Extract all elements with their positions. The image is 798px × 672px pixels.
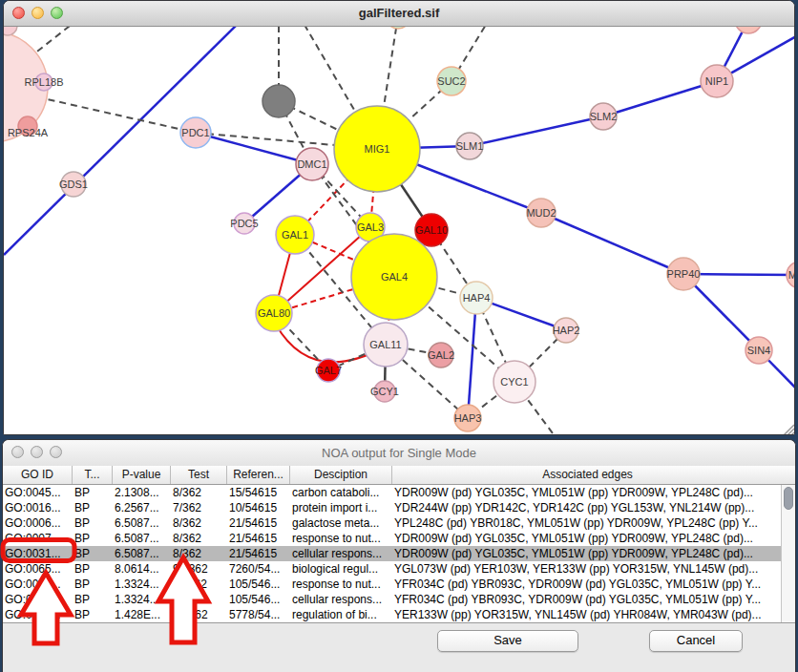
network-canvas[interactable]: RPL18BRPS24AGDS1PDC1DMC1MIG1SUC2SLM1SLM2… — [4, 27, 794, 435]
table-cell: 8/362 — [171, 515, 227, 531]
node-HAP2[interactable]: HAP2 — [553, 318, 580, 343]
table-cell: 2.1308... — [113, 485, 171, 500]
table-row[interactable]: GO:0031...BP1.3324...11/362105/546...cel… — [3, 592, 783, 607]
column-header-associatededges[interactable]: Associated edges — [392, 466, 783, 484]
table-cell: GO:0016... — [3, 500, 73, 515]
table-cell: 6.5087... — [113, 546, 171, 561]
table-cell: 11/362 — [171, 592, 227, 607]
table-body: GO:0045...BP2.1308...8/36215/54615carbon… — [3, 485, 783, 622]
column-header-desciption[interactable]: Desciption — [290, 466, 392, 484]
table-cell: BP — [73, 607, 113, 622]
node-unlabeled[interactable] — [4, 27, 17, 35]
table-cell: YDR009W (pd) YGL035C, YML051W (pp) YDR00… — [392, 546, 783, 561]
table-cell: GO:0031... — [3, 546, 73, 561]
cancel-button[interactable]: Cancel — [649, 630, 743, 652]
table-cell: 7/362 — [171, 500, 227, 515]
table-cell: BP — [73, 592, 113, 607]
table-row[interactable]: GO:0045...BP2.1308...8/36215/54615carbon… — [3, 485, 783, 500]
table-cell: 105/546... — [227, 577, 290, 592]
node-label: GAL1 — [282, 229, 308, 241]
table-cell: response to nut... — [290, 531, 392, 546]
table-row[interactable]: GO:0016...BP6.2567...7/36210/54615protei… — [3, 500, 783, 515]
save-button[interactable]: Save — [437, 630, 578, 652]
table-cell: 8/362 — [171, 546, 227, 561]
table-cell: BP — [73, 577, 113, 592]
dialog-footer: Save Cancel — [3, 623, 796, 672]
node-unlabeled[interactable] — [735, 27, 762, 33]
node-label: GAL80 — [258, 307, 290, 319]
table-row[interactable]: GO:0065...BP8.0614...94/3627260/54...bio… — [3, 561, 783, 577]
node-DMC1[interactable]: DMC1 — [296, 148, 328, 180]
node-label: PDC5 — [230, 218, 258, 229]
vertical-scrollbar[interactable] — [781, 485, 795, 622]
node-SUC2[interactable]: SUC2 — [437, 67, 466, 95]
node-GAL80[interactable]: GAL80 — [256, 295, 292, 331]
table-cell: response to nut... — [290, 577, 392, 592]
node-label: GDS1 — [59, 178, 88, 190]
node-PDC1[interactable]: PDC1 — [180, 117, 211, 148]
table-cell: 10/54615 — [227, 500, 290, 515]
table-row[interactable]: GO:0050...BP1.428E...80/3625778/54...reg… — [3, 607, 783, 622]
table-cell: BP — [73, 515, 113, 531]
table-cell: BP — [73, 546, 113, 561]
node-label: HAP2 — [553, 325, 580, 336]
node-GAL10[interactable]: GAL10 — [415, 214, 448, 246]
node-HAP3[interactable]: HAP3 — [454, 405, 482, 431]
table-row[interactable]: GO:0006...BP6.5087...8/36221/54615galact… — [3, 515, 783, 531]
node-PRP40[interactable]: PRP40 — [667, 258, 701, 290]
table-cell: YGL073W (pd) YER103W, YER133W (pp) YOR31… — [392, 561, 783, 577]
node-HAP4[interactable]: HAP4 — [460, 282, 493, 314]
node-label: GAL3 — [357, 221, 384, 233]
node-SIN4[interactable]: SIN4 — [746, 337, 772, 364]
table-cell: GO:0031... — [3, 577, 73, 592]
column-header-goid[interactable]: GO ID — [3, 466, 73, 484]
node-MUD2[interactable]: MUD2 — [526, 199, 556, 227]
table-cell: 1.3324... — [113, 577, 171, 592]
node-label: SIN4 — [747, 345, 770, 356]
node-GAL11[interactable]: GAL11 — [364, 323, 408, 367]
column-header-test[interactable]: Test — [171, 466, 227, 484]
table-cell: protein import i... — [290, 500, 392, 515]
node-unlabeled[interactable] — [386, 27, 410, 29]
scrollbar-thumb[interactable] — [784, 487, 793, 510]
node-CYC1[interactable]: CYC1 — [494, 361, 536, 403]
node-label: SLM1 — [456, 140, 484, 152]
node-NIP1[interactable]: NIP1 — [701, 65, 733, 97]
node-SLM2[interactable]: SLM2 — [590, 103, 618, 130]
table-row[interactable]: GO:0007...BP6.5087...8/36221/54615respon… — [3, 531, 783, 546]
noa-output-window: NOA output for Single Mode GO IDT...P-va… — [2, 439, 796, 672]
node-label: SUC2 — [437, 75, 465, 87]
table-cell: 6.2567... — [113, 500, 171, 515]
node-GAL1[interactable]: GAL1 — [276, 216, 314, 254]
node-unlabeled[interactable] — [262, 85, 295, 117]
node-SLM1[interactable]: SLM1 — [456, 133, 484, 159]
resize-grip[interactable] — [791, 432, 794, 435]
node-GAL2[interactable]: GAL2 — [428, 343, 454, 368]
table-cell: 15/54615 — [227, 485, 290, 500]
node-label: MUD2 — [526, 207, 556, 219]
column-header-pvalue[interactable]: P-value — [113, 466, 171, 484]
table-cell: 8.0614... — [113, 561, 171, 577]
column-header-referen[interactable]: Referen... — [227, 466, 290, 484]
table-row[interactable]: GO:0031...BP6.5087...8/36221/54615cellul… — [3, 546, 783, 561]
table-cell: 6.5087... — [113, 531, 171, 546]
node-GAL4[interactable]: GAL4 — [351, 234, 437, 320]
table-cell: 5778/54... — [227, 607, 290, 622]
table-cell: 1.428E... — [113, 607, 171, 622]
table-row[interactable]: GO:0031...BP1.3324...11/362105/546...res… — [3, 577, 783, 592]
node-label: GAL7 — [315, 365, 342, 376]
column-header-t[interactable]: T... — [73, 466, 113, 484]
table-cell: galactose meta... — [290, 515, 392, 531]
network-window-title: galFiltered.sif — [4, 6, 794, 20]
table-cell: 1.3324... — [113, 592, 171, 607]
node-MSN[interactable]: MSN — [787, 262, 794, 288]
network-edge-blue — [468, 298, 476, 418]
node-label: GAL10 — [415, 224, 448, 236]
node-label: NIP1 — [705, 75, 728, 87]
table-header: GO IDT...P-valueTestReferen...Desciption… — [3, 466, 796, 485]
node-MIG1[interactable]: MIG1 — [334, 106, 420, 192]
network-edge-blue — [470, 116, 603, 146]
table-cell: YFR034C (pd) YBR093C, YDR009W (pd) YGL03… — [392, 592, 783, 607]
node-GCY1[interactable]: GCY1 — [370, 381, 399, 402]
table-cell: 105/546... — [227, 592, 290, 607]
